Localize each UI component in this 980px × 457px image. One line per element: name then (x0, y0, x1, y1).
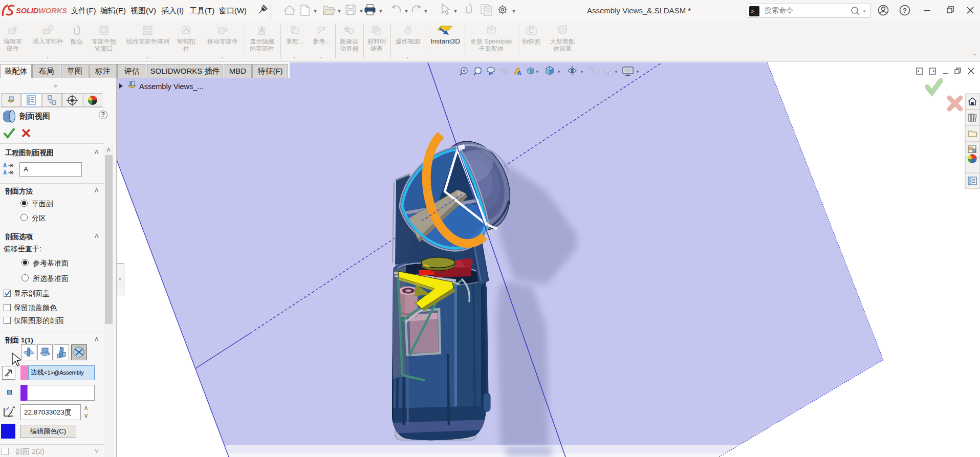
svg-text:▼: ▼ (423, 8, 428, 14)
svg-text:▼: ▼ (580, 70, 584, 74)
svg-text:?: ? (903, 7, 907, 14)
svg-text:▼: ▼ (404, 8, 409, 14)
svg-text:▼: ▼ (511, 8, 516, 14)
svg-text:A: A (3, 163, 7, 168)
svg-text:▼: ▼ (614, 70, 618, 74)
svg-text:▼: ▼ (557, 70, 561, 74)
svg-text:▼: ▼ (378, 8, 383, 14)
svg-text:▼: ▼ (313, 8, 318, 14)
svg-text:A: A (12, 405, 15, 409)
svg-text:▼: ▼ (535, 70, 539, 74)
svg-text:▼: ▼ (359, 8, 364, 14)
svg-text:A: A (3, 170, 7, 176)
svg-text:A: A (517, 70, 521, 76)
svg-text:SOLIDWORKS: SOLIDWORKS (16, 7, 67, 15)
svg-text:▼: ▼ (337, 8, 342, 14)
svg-text:▼: ▼ (453, 8, 458, 14)
svg-text:▼: ▼ (636, 70, 640, 74)
svg-text:Assembly Views_...: Assembly Views_... (139, 82, 203, 91)
svg-text:▼: ▼ (862, 9, 866, 14)
